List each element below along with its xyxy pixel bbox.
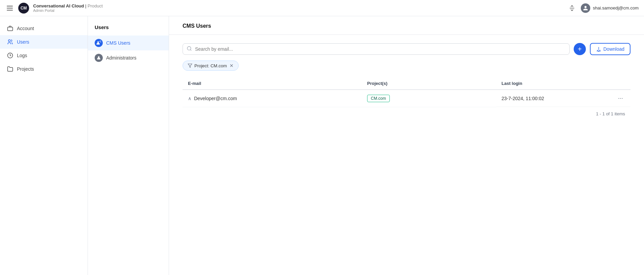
content-area: + Download Project: CM.com ✕ [169,35,644,129]
project-filter-chip[interactable]: Project: CM.com ✕ [183,61,239,71]
avatar [581,3,590,13]
table-row: ∧ Developer@cm.com CM.com 23-7-2024, 11:… [183,90,630,107]
sidebar-item-projects-label: Projects [17,66,34,72]
add-icon: + [578,45,582,53]
sidebar-item-account[interactable]: Account [0,22,88,35]
sidebar-item-projects[interactable]: Projects [0,62,88,76]
app-subtitle: Product [88,3,103,8]
sidebar-item-users-label: Users [17,39,29,45]
sub-sidebar: Users CMS Users Administrators [88,16,169,275]
switch-button[interactable] [567,3,577,13]
email-value: Developer@cm.com [194,96,237,101]
logs-icon [7,52,14,59]
pagination-text: 1 - 1 of 1 items [596,111,625,116]
col-email: E-mail [183,77,362,90]
users-table: E-mail Project(s) Last login ∧ [183,77,630,107]
col-projects: Project(s) [362,77,496,90]
main-layout: Account Users Logs [0,16,644,275]
project-filter-label: Project: CM.com [194,63,227,68]
hamburger-button[interactable] [5,4,14,12]
svg-point-5 [187,47,191,50]
search-icon [187,46,192,52]
svg-point-1 [8,40,10,42]
svg-marker-6 [188,64,192,68]
more-options-button[interactable]: ··· [616,94,625,102]
cm-logo: CM [18,3,29,14]
users-icon [7,39,14,45]
sidebar-item-logs-label: Logs [17,53,27,58]
cell-email: ∧ Developer@cm.com [183,90,362,107]
sidebar-item-users[interactable]: Users [0,35,88,49]
sub-sidebar-cms-users-label: CMS Users [106,40,130,46]
search-input[interactable] [183,43,570,55]
filter-icon [188,63,192,68]
sidebar-item-logs[interactable]: Logs [0,49,88,62]
main-content: CMS Users + [169,16,644,275]
app-separator: | [84,3,88,8]
download-icon [596,46,601,52]
app-sub-label: Admin Portal [33,8,103,13]
project-badge: CM.com [367,95,390,102]
svg-rect-0 [8,27,13,31]
close-chip-icon[interactable]: ✕ [230,63,234,68]
navbar-left: CM Conversational AI Cloud | Product Adm… [5,3,103,14]
cell-last-login: 23-7-2024, 11:00:02 ··· [496,90,631,107]
col-last-login: Last login [496,77,631,90]
page-title: CMS Users [183,23,630,29]
hamburger-icon [7,6,13,10]
app-title-text: Conversational AI Cloud [33,3,84,8]
user-info[interactable]: shai.samoedj@cm.com [581,3,639,13]
navbar-right: shai.samoedj@cm.com [567,3,639,13]
sidebar-item-account-label: Account [17,26,34,31]
svg-point-3 [97,41,99,43]
app-title: Conversational AI Cloud | Product Admin … [33,3,103,13]
sidebar: Account Users Logs [0,16,88,275]
switch-icon [569,5,575,12]
sub-sidebar-item-cms-users[interactable]: CMS Users [88,36,169,50]
search-wrapper [183,43,570,55]
sub-sidebar-item-administrators[interactable]: Administrators [88,50,169,65]
sub-sidebar-title: Users [88,22,169,36]
main-header: CMS Users [169,16,644,35]
download-button[interactable]: Download [590,43,630,55]
add-user-button[interactable]: + [574,43,586,55]
user-email-text: shai.samoedj@cm.com [593,5,639,10]
folder-icon [7,66,14,72]
administrators-icon [95,54,103,62]
last-login-value: 23-7-2024, 11:00:02 [502,96,544,101]
sub-sidebar-administrators-label: Administrators [106,55,136,61]
cell-projects: CM.com [362,90,496,107]
filter-row: Project: CM.com ✕ [183,61,630,71]
top-navbar: CM Conversational AI Cloud | Product Adm… [0,0,644,16]
expand-arrow-icon[interactable]: ∧ [188,96,191,101]
cms-users-icon [95,39,103,47]
actions-row: + Download [183,43,630,55]
briefcase-icon [7,25,14,32]
pagination: 1 - 1 of 1 items [183,107,630,120]
download-button-label: Download [603,46,624,52]
user-avatar-icon [583,5,588,11]
